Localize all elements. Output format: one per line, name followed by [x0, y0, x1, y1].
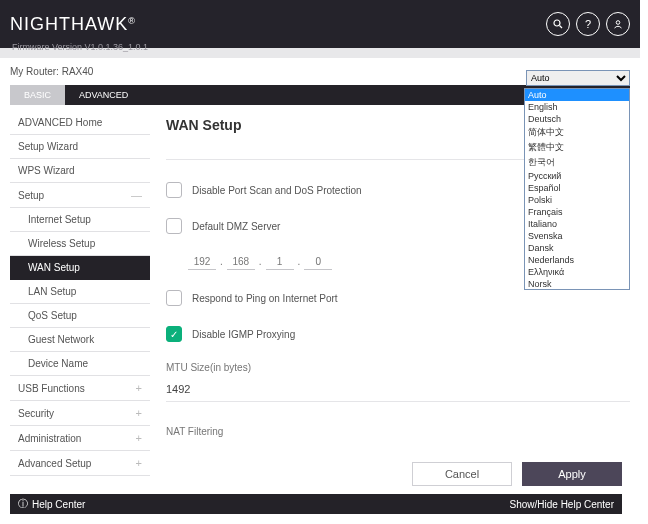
label-respond-ping: Respond to Ping on Internet Port: [192, 293, 338, 304]
checkbox-disable-port-scan[interactable]: [166, 182, 182, 198]
sidebar-item-device-name[interactable]: Device Name: [10, 352, 150, 376]
logo: NIGHTHAWK: [10, 14, 136, 35]
sidebar-item-label: Administration: [18, 433, 81, 444]
router-model: RAX40: [59, 66, 93, 77]
sidebar-item-advanced-setup[interactable]: Advanced Setup+: [10, 451, 150, 476]
sidebar-item-label: Wireless Setup: [28, 238, 95, 249]
language-option-norsk[interactable]: Norsk: [525, 278, 629, 290]
search-icon[interactable]: [546, 12, 570, 36]
help-center-toggle[interactable]: Show/Hide Help Center: [510, 499, 615, 510]
cancel-button[interactable]: Cancel: [412, 462, 512, 486]
dmz-octet-1[interactable]: 192: [188, 254, 216, 270]
firmware-version: Firmware Version V1.0.1.36_1.0.1: [12, 42, 148, 52]
router-prefix: My Router:: [10, 66, 59, 77]
sidebar-item-label: Guest Network: [28, 334, 94, 345]
expand-icon[interactable]: +: [136, 457, 142, 469]
language-option-italiano[interactable]: Italiano: [525, 218, 629, 230]
sidebar-item-label: ADVANCED Home: [18, 117, 102, 128]
sidebar-item-guest-network[interactable]: Guest Network: [10, 328, 150, 352]
label-default-dmz: Default DMZ Server: [192, 221, 280, 232]
sidebar-item-usb-functions[interactable]: USB Functions+: [10, 376, 150, 401]
expand-icon[interactable]: +: [136, 382, 142, 394]
sidebar-item-label: Internet Setup: [28, 214, 91, 225]
svg-line-1: [560, 26, 563, 29]
sidebar-item-label: Security: [18, 408, 54, 419]
dmz-octet-2[interactable]: 168: [227, 254, 255, 270]
checkbox-disable-igmp[interactable]: [166, 326, 182, 342]
dmz-octet-3[interactable]: 1: [266, 254, 294, 270]
sidebar-item-label: WPS Wizard: [18, 165, 75, 176]
account-icon[interactable]: [606, 12, 630, 36]
language-option-español[interactable]: Español: [525, 182, 629, 194]
language-option-한국어[interactable]: 한국어: [525, 155, 629, 170]
language-option-简体中文[interactable]: 简体中文: [525, 125, 629, 140]
expand-icon[interactable]: +: [136, 432, 142, 444]
expand-icon[interactable]: +: [136, 407, 142, 419]
header-icons: ?: [546, 12, 630, 36]
sidebar-item-wireless-setup[interactable]: Wireless Setup: [10, 232, 150, 256]
sidebar-item-label: Device Name: [28, 358, 88, 369]
nat-filtering-label: NAT Filtering: [166, 426, 630, 437]
sidebar-item-wps-wizard[interactable]: WPS Wizard: [10, 159, 150, 183]
tab-advanced[interactable]: ADVANCED: [65, 85, 142, 105]
language-option-français[interactable]: Français: [525, 206, 629, 218]
sidebar-item-label: WAN Setup: [28, 262, 80, 273]
sidebar-item-label: LAN Setup: [28, 286, 76, 297]
field-disable-igmp[interactable]: Disable IGMP Proxying: [166, 326, 630, 342]
language-option-english[interactable]: English: [525, 101, 629, 113]
checkbox-respond-ping[interactable]: [166, 290, 182, 306]
sidebar-item-qos-setup[interactable]: QoS Setup: [10, 304, 150, 328]
footer-buttons: Cancel Apply: [412, 452, 622, 496]
app-header: NIGHTHAWK Firmware Version V1.0.1.36_1.0…: [0, 0, 640, 48]
sidebar-item-label: QoS Setup: [28, 310, 77, 321]
sidebar-item-internet-setup[interactable]: Internet Setup: [10, 208, 150, 232]
sidebar-item-advanced-home[interactable]: ADVANCED Home: [10, 111, 150, 135]
svg-point-2: [616, 21, 620, 25]
label-disable-port-scan: Disable Port Scan and DoS Protection: [192, 185, 362, 196]
language-dropdown-list[interactable]: AutoEnglishDeutsch简体中文繁體中文한국어РусскийEspa…: [524, 88, 630, 290]
sidebar-item-security[interactable]: Security+: [10, 401, 150, 426]
help-icon[interactable]: ?: [576, 12, 600, 36]
help-center-bar[interactable]: Help Center Show/Hide Help Center: [10, 494, 622, 514]
sidebar-item-setup[interactable]: Setup—: [10, 183, 150, 208]
sidebar-item-administration[interactable]: Administration+: [10, 426, 150, 451]
language-option-繁體中文[interactable]: 繁體中文: [525, 140, 629, 155]
mtu-value[interactable]: 1492: [166, 383, 630, 402]
language-option-svenska[interactable]: Svenska: [525, 230, 629, 242]
dmz-octet-4[interactable]: 0: [304, 254, 332, 270]
sidebar-item-label: USB Functions: [18, 383, 85, 394]
sidebar-item-wan-setup[interactable]: WAN Setup: [10, 256, 150, 280]
sidebar-item-label: Setup Wizard: [18, 141, 78, 152]
collapse-icon[interactable]: —: [131, 189, 142, 201]
language-option-dansk[interactable]: Dansk: [525, 242, 629, 254]
sidebar-nav: ADVANCED HomeSetup WizardWPS WizardSetup…: [10, 111, 150, 476]
checkbox-default-dmz[interactable]: [166, 218, 182, 234]
language-option-auto[interactable]: Auto: [525, 89, 629, 101]
language-option-ελληνικά[interactable]: Ελληνικά: [525, 266, 629, 278]
svg-point-0: [554, 20, 560, 26]
sidebar-item-lan-setup[interactable]: LAN Setup: [10, 280, 150, 304]
apply-button[interactable]: Apply: [522, 462, 622, 486]
language-option-nederlands[interactable]: Nederlands: [525, 254, 629, 266]
tab-basic[interactable]: BASIC: [10, 85, 65, 105]
field-respond-ping[interactable]: Respond to Ping on Internet Port: [166, 290, 630, 306]
sidebar-item-setup-wizard[interactable]: Setup Wizard: [10, 135, 150, 159]
sidebar-item-label: Advanced Setup: [18, 458, 91, 469]
language-select[interactable]: Auto: [526, 70, 630, 86]
help-center-title: Help Center: [32, 499, 85, 510]
sidebar-item-label: Setup: [18, 190, 44, 201]
mtu-label: MTU Size(in bytes): [166, 362, 630, 373]
language-option-русский[interactable]: Русский: [525, 170, 629, 182]
language-option-polski[interactable]: Polski: [525, 194, 629, 206]
label-disable-igmp: Disable IGMP Proxying: [192, 329, 295, 340]
language-option-deutsch[interactable]: Deutsch: [525, 113, 629, 125]
